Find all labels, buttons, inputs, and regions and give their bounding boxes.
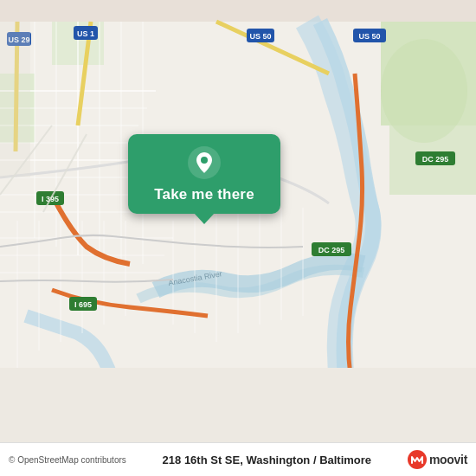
- bottom-bar: © OpenStreetMap contributors 218 16th St…: [0, 442, 476, 476]
- moovit-logo: moovit: [408, 450, 467, 469]
- svg-rect-58: [0, 22, 30, 177]
- map-container: US 1 US 29 US 50 US 50 I 395 DC 295 DC 2…: [0, 0, 476, 476]
- moovit-label: moovit: [429, 453, 467, 466]
- svg-point-63: [201, 157, 208, 164]
- svg-rect-59: [0, 368, 476, 454]
- take-me-there-button[interactable]: Take me there: [128, 134, 280, 214]
- svg-text:I 695: I 695: [74, 300, 92, 309]
- location-pin-icon: [188, 146, 221, 179]
- address-label: 218 16th St SE, Washington / Baltimore: [126, 453, 408, 466]
- svg-text:US 50: US 50: [249, 32, 271, 41]
- moovit-icon: [408, 450, 427, 469]
- svg-text:US 1: US 1: [77, 29, 94, 38]
- svg-text:DC 295: DC 295: [318, 246, 345, 254]
- svg-text:US 50: US 50: [358, 32, 380, 41]
- take-me-there-label: Take me there: [154, 186, 254, 203]
- svg-point-5: [381, 39, 467, 143]
- map-background: US 1 US 29 US 50 US 50 I 395 DC 295 DC 2…: [0, 0, 476, 476]
- map-attribution: © OpenStreetMap contributors: [9, 455, 126, 465]
- svg-text:DC 295: DC 295: [422, 155, 449, 164]
- svg-point-64: [408, 450, 427, 469]
